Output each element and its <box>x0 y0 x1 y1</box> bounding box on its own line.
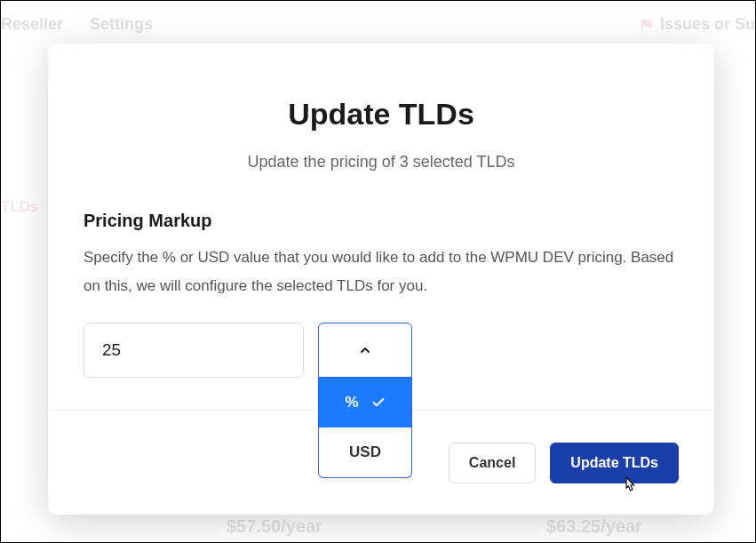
modal-title: Update TLDs <box>84 97 679 132</box>
markup-unit-dropdown: % USD <box>318 323 412 378</box>
cancel-button[interactable]: Cancel <box>449 443 536 483</box>
chevron-up-icon <box>358 343 372 357</box>
modal-body: Update TLDs Update the pricing of 3 sele… <box>48 44 714 410</box>
markup-unit-list: % USD <box>318 378 412 478</box>
markup-unit-trigger[interactable] <box>318 323 412 378</box>
markup-unit-option-percent[interactable]: % <box>319 378 411 427</box>
pricing-markup-heading: Pricing Markup <box>84 211 679 231</box>
update-tlds-modal: Update TLDs Update the pricing of 3 sele… <box>48 44 714 515</box>
option-usd-label: USD <box>349 443 381 461</box>
markup-unit-option-usd[interactable]: USD <box>319 427 411 477</box>
check-icon <box>371 395 386 410</box>
pricing-markup-description: Specify the % or USD value that you woul… <box>84 244 679 301</box>
markup-controls: % USD <box>84 323 679 378</box>
update-tlds-button[interactable]: Update TLDs <box>550 443 679 483</box>
option-percent-label: % <box>345 394 358 411</box>
markup-value-input[interactable] <box>84 323 304 378</box>
modal-subtitle: Update the pricing of 3 selected TLDs <box>84 153 679 172</box>
